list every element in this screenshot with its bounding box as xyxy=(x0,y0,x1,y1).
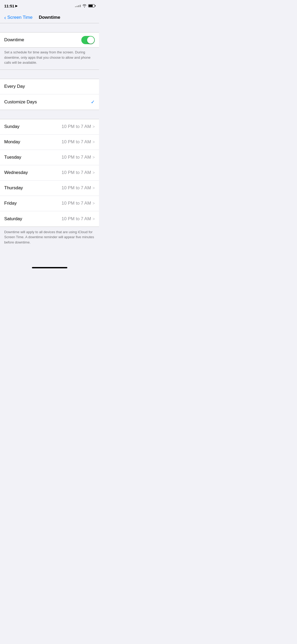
footer-text: Downtime will apply to all devices that … xyxy=(0,227,99,249)
day-row-right: 10 PM to 7 AM > xyxy=(62,216,95,222)
chevron-right-icon: > xyxy=(93,155,95,159)
day-schedule: 10 PM to 7 AM xyxy=(62,155,91,160)
location-icon: ▶ xyxy=(15,4,17,8)
day-row-thursday[interactable]: Thursday 10 PM to 7 AM > xyxy=(0,181,99,196)
chevron-right-icon: > xyxy=(93,140,95,144)
page-title: Downtime xyxy=(39,15,60,20)
back-button[interactable]: ‹ Screen Time xyxy=(4,15,32,20)
day-label: Saturday xyxy=(4,216,22,222)
customize-days-row[interactable]: Customize Days ✓ xyxy=(0,94,99,110)
days-section: Sunday 10 PM to 7 AM > Monday 10 PM to 7… xyxy=(0,119,99,227)
day-label: Friday xyxy=(4,201,17,206)
downtime-toggle-row: Downtime xyxy=(0,32,99,48)
day-label: Tuesday xyxy=(4,155,21,160)
day-label: Monday xyxy=(4,139,20,145)
day-row-saturday[interactable]: Saturday 10 PM to 7 AM > xyxy=(0,211,99,227)
back-label: Screen Time xyxy=(7,15,32,20)
toggle-thumb xyxy=(87,36,94,44)
home-indicator xyxy=(0,265,99,270)
battery-icon xyxy=(88,4,95,7)
checkmark-icon: ✓ xyxy=(91,99,95,105)
day-label: Thursday xyxy=(4,185,23,191)
section-gap-2 xyxy=(0,70,99,79)
day-row-wednesday[interactable]: Wednesday 10 PM to 7 AM > xyxy=(0,165,99,181)
section-gap-1 xyxy=(0,23,99,32)
status-time: 11:51 ▶ xyxy=(4,4,17,8)
nav-bar: ‹ Screen Time Downtime xyxy=(0,12,99,23)
day-row-right: 10 PM to 7 AM > xyxy=(62,124,95,129)
day-label: Sunday xyxy=(4,124,20,129)
day-schedule: 10 PM to 7 AM xyxy=(62,185,91,191)
day-row-tuesday[interactable]: Tuesday 10 PM to 7 AM > xyxy=(0,150,99,165)
signal-dots xyxy=(75,5,81,7)
battery-fill xyxy=(89,5,93,7)
chevron-right-icon: > xyxy=(93,186,95,190)
day-row-right: 10 PM to 7 AM > xyxy=(62,185,95,191)
downtime-description: Set a schedule for time away from the sc… xyxy=(0,48,99,70)
downtime-label: Downtime xyxy=(4,37,24,43)
day-schedule: 10 PM to 7 AM xyxy=(62,216,91,222)
day-row-monday[interactable]: Monday 10 PM to 7 AM > xyxy=(0,135,99,150)
chevron-right-icon: > xyxy=(93,171,95,175)
section-gap-3 xyxy=(0,110,99,119)
day-row-sunday[interactable]: Sunday 10 PM to 7 AM > xyxy=(0,119,99,135)
day-label: Wednesday xyxy=(4,170,28,175)
status-icons xyxy=(75,4,95,7)
chevron-right-icon: > xyxy=(93,217,95,221)
wifi-icon xyxy=(82,4,87,7)
home-bar xyxy=(32,267,67,268)
day-row-right: 10 PM to 7 AM > xyxy=(62,201,95,206)
every-day-label: Every Day xyxy=(4,84,25,89)
status-bar: 11:51 ▶ xyxy=(0,0,99,12)
day-row-friday[interactable]: Friday 10 PM to 7 AM > xyxy=(0,196,99,211)
day-schedule: 10 PM to 7 AM xyxy=(62,201,91,206)
customize-days-label: Customize Days xyxy=(4,99,37,105)
time-display: 11:51 xyxy=(4,4,14,8)
day-schedule: 10 PM to 7 AM xyxy=(62,139,91,145)
day-schedule: 10 PM to 7 AM xyxy=(62,170,91,175)
chevron-right-icon: > xyxy=(93,201,95,205)
day-row-right: 10 PM to 7 AM > xyxy=(62,170,95,175)
chevron-right-icon: > xyxy=(93,125,95,129)
customize-days-right: ✓ xyxy=(91,99,95,105)
downtime-toggle[interactable] xyxy=(81,36,95,44)
schedule-options: Every Day Customize Days ✓ xyxy=(0,79,99,110)
day-row-right: 10 PM to 7 AM > xyxy=(62,155,95,160)
bottom-spacer xyxy=(0,249,99,265)
every-day-row[interactable]: Every Day xyxy=(0,79,99,94)
day-schedule: 10 PM to 7 AM xyxy=(62,124,91,129)
day-row-right: 10 PM to 7 AM > xyxy=(62,139,95,145)
back-chevron-icon: ‹ xyxy=(4,15,6,20)
